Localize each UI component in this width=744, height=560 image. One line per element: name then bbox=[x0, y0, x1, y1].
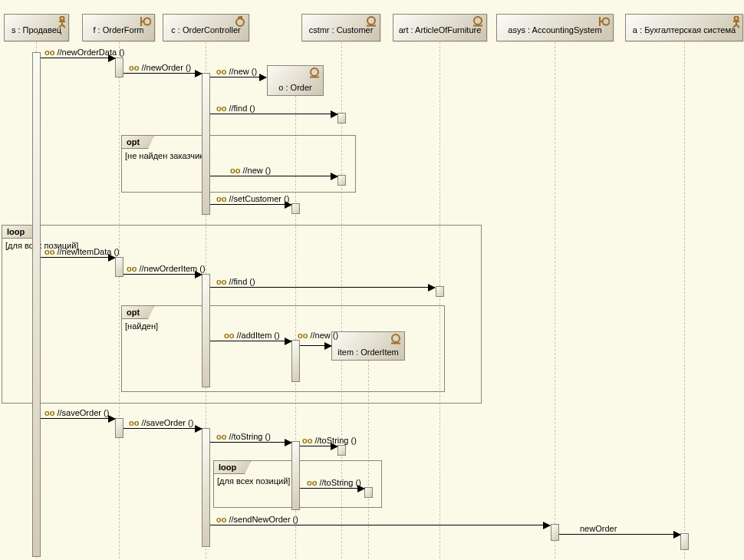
message-m3[interactable] bbox=[210, 77, 266, 77]
message-label: oo//new () bbox=[298, 331, 338, 340]
activation-c bbox=[202, 428, 210, 547]
activation-f bbox=[115, 257, 123, 277]
activation-item bbox=[364, 487, 373, 498]
fragment-opt2[interactable]: opt [найден] bbox=[121, 305, 445, 392]
fragment-tag: opt bbox=[122, 306, 154, 319]
lifeline-label: asys : AccountingSystem bbox=[508, 21, 601, 35]
actor-icon bbox=[58, 16, 65, 31]
lifeline-head-a[interactable]: a : Бухгалтерская система bbox=[625, 14, 743, 41]
message-label: oo//sendNewOrder () bbox=[216, 515, 298, 524]
activation-cstmr bbox=[337, 175, 346, 186]
message-label: oo//newOrderItem () bbox=[127, 264, 206, 273]
sequence-diagram-canvas: { "lifelines": { "s": { "label": "s : Пр… bbox=[0, 0, 744, 560]
message-label: oo//toString () bbox=[307, 478, 361, 487]
fragment-opt1[interactable]: opt [не найден заказчик] bbox=[121, 135, 356, 193]
message-label: oo//toString () bbox=[302, 436, 357, 445]
lifeline-head-f[interactable]: f : OrderForm bbox=[82, 14, 155, 41]
message-m17[interactable] bbox=[210, 525, 550, 525]
lifeline-head-asys[interactable]: asys : AccountingSystem bbox=[496, 14, 614, 41]
message-m12[interactable] bbox=[41, 418, 115, 419]
message-label: oo//toString () bbox=[216, 432, 271, 441]
fragment-tag: loop bbox=[214, 461, 251, 474]
fragment-tag: opt bbox=[122, 136, 154, 149]
message-m2[interactable] bbox=[123, 73, 202, 74]
message-m9[interactable] bbox=[210, 287, 435, 288]
entity-icon bbox=[366, 16, 377, 29]
control-icon bbox=[235, 16, 245, 29]
lifeline-head-art[interactable]: art : ArticleOfFurniture bbox=[393, 14, 487, 41]
message-label: newOrder bbox=[580, 524, 617, 533]
message-label: oo//saveOrder () bbox=[129, 418, 193, 427]
lifeline-label: a : Бухгалтерская система bbox=[633, 21, 736, 35]
lifeline-label: f : OrderForm bbox=[93, 21, 143, 35]
activation-cstmr bbox=[337, 113, 346, 124]
message-m5[interactable] bbox=[210, 176, 337, 176]
message-m4[interactable] bbox=[210, 114, 337, 114]
activation-c bbox=[202, 274, 210, 387]
message-m8[interactable] bbox=[123, 274, 202, 275]
activation-asys bbox=[551, 524, 559, 541]
message-m18[interactable] bbox=[559, 534, 680, 535]
fragment-guard: [не найден заказчик] bbox=[125, 151, 206, 160]
message-label: oo//new () bbox=[216, 67, 257, 76]
lifeline-head-s[interactable]: s : Продавец bbox=[4, 14, 69, 41]
activation-f bbox=[115, 58, 123, 77]
object-box-order[interactable]: o : Order bbox=[267, 65, 324, 96]
message-label: oo//setCustomer () bbox=[216, 194, 289, 203]
boundary-icon bbox=[599, 16, 610, 29]
activation-o bbox=[291, 340, 300, 382]
message-m7[interactable] bbox=[41, 257, 115, 258]
message-m14[interactable] bbox=[210, 442, 291, 443]
activation-a bbox=[680, 533, 689, 550]
message-label: oo//newOrderData () bbox=[44, 48, 124, 57]
activation-s bbox=[32, 52, 41, 557]
entity-icon bbox=[472, 16, 483, 29]
message-label: oo//new () bbox=[230, 166, 271, 175]
lifeline-head-c[interactable]: c : OrderController bbox=[163, 14, 249, 41]
message-label: oo//newOrder () bbox=[129, 63, 191, 72]
activation-c bbox=[202, 73, 210, 215]
lifeline-label: c : OrderController bbox=[171, 21, 240, 35]
message-m16[interactable] bbox=[300, 488, 364, 489]
message-m1[interactable] bbox=[41, 58, 115, 58]
message-m13[interactable] bbox=[123, 428, 202, 429]
fragment-guard: [для всех позиций] bbox=[217, 476, 290, 486]
lifeline-asys bbox=[555, 42, 555, 558]
activation-o bbox=[291, 203, 300, 214]
lifeline-a bbox=[684, 42, 685, 558]
message-label: oo//find () bbox=[216, 277, 255, 286]
entity-icon bbox=[309, 68, 320, 80]
activation-art bbox=[436, 286, 444, 297]
message-m6[interactable] bbox=[210, 204, 291, 205]
message-m11[interactable] bbox=[300, 345, 331, 346]
activation-o bbox=[291, 441, 300, 510]
activation-cstmr bbox=[337, 445, 346, 456]
message-label: oo//newItemData () bbox=[44, 247, 120, 256]
fragment-guard: [найден] bbox=[125, 321, 158, 331]
lifeline-label: s : Продавец bbox=[12, 21, 61, 35]
actor-icon bbox=[732, 16, 739, 31]
message-m15[interactable] bbox=[300, 446, 337, 446]
message-label: oo//saveOrder () bbox=[44, 408, 109, 417]
lifeline-label: cstmr : Customer bbox=[309, 21, 374, 35]
object-label: o : Order bbox=[278, 83, 311, 92]
lifeline-head-cstmr[interactable]: cstmr : Customer bbox=[301, 14, 380, 41]
lifeline-label: art : ArticleOfFurniture bbox=[399, 21, 482, 35]
message-label: oo//addItem () bbox=[224, 331, 280, 340]
activation-f bbox=[115, 418, 123, 438]
message-label: oo//find () bbox=[216, 104, 255, 113]
message-m10[interactable] bbox=[210, 341, 291, 341]
boundary-icon bbox=[140, 16, 151, 29]
